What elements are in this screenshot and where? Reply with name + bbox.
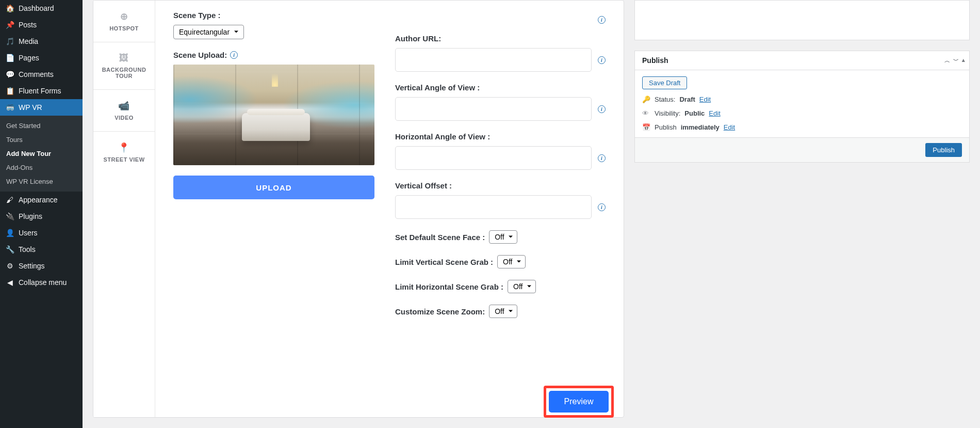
menu-label: Pages (19, 54, 39, 62)
info-icon[interactable]: i (598, 56, 606, 64)
publish-header: Publish ︿ ﹀ ▴ (635, 51, 969, 70)
scene-settings-column: i Author URL: i Vertical Angle of View : (395, 11, 606, 407)
menu-settings[interactable]: ⚙ Settings (0, 258, 83, 274)
comments-icon: 💬 (5, 70, 14, 78)
limit-horizontal-select[interactable]: Off (508, 280, 536, 293)
menu-label: Tools (19, 245, 36, 253)
submenu-tours[interactable]: Tours (0, 133, 83, 147)
info-icon[interactable]: i (598, 154, 606, 162)
submenu-add-new-tour[interactable]: Add New Tour (0, 147, 83, 161)
submenu-license[interactable]: WP VR License (0, 175, 83, 188)
sidebar-right: Publish ︿ ﹀ ▴ Save Draft 🔑 Status: Draft… (634, 0, 970, 418)
info-icon[interactable]: i (598, 203, 606, 211)
form-icon: 📋 (5, 87, 14, 95)
user-icon: 👤 (5, 229, 14, 237)
publish-box: Publish ︿ ﹀ ▴ Save Draft 🔑 Status: Draft… (634, 51, 970, 163)
author-url-label: Author URL: (395, 34, 606, 43)
edit-visibility-link[interactable]: Edit (709, 109, 720, 117)
voffset-input[interactable] (395, 195, 592, 219)
dashboard-icon: 🏠 (5, 4, 14, 12)
menu-appearance[interactable]: 🖌 Appearance (0, 192, 83, 208)
key-icon: 🔑 (642, 96, 650, 103)
tab-background-tour[interactable]: 🖼 BACKGROUND TOUR (93, 42, 155, 90)
pages-icon: 📄 (5, 54, 14, 62)
brush-icon: 🖌 (5, 196, 14, 204)
info-icon[interactable]: i (230, 51, 238, 59)
menu-collapse[interactable]: ◀ Collapse menu (0, 274, 83, 291)
menu-label: Fluent Forms (19, 87, 61, 95)
author-url-input[interactable] (395, 48, 592, 72)
form-area: Scene Type : Equirectangular Scene Uploa… (155, 1, 624, 417)
submenu-add-ons[interactable]: Add-Ons (0, 161, 83, 175)
editor-panel: ⊕ HOTSPOT 🖼 BACKGROUND TOUR 📹 VIDEO 📍 ST… (93, 0, 624, 418)
vr-icon: 🥽 (5, 103, 14, 112)
scene-type-group: Scene Type : Equirectangular (173, 11, 374, 39)
submenu-get-started[interactable]: Get Started (0, 119, 83, 133)
upload-button[interactable]: UPLOAD (173, 176, 374, 199)
tab-label: VIDEO (115, 115, 134, 121)
default-face-select[interactable]: Off (489, 230, 517, 244)
limit-vertical-select[interactable]: Off (497, 255, 526, 268)
submenu-wp-vr: Get Started Tours Add New Tour Add-Ons W… (0, 116, 83, 192)
schedule-row: 📅 Publish immediately Edit (642, 123, 962, 131)
menu-posts[interactable]: 📌 Posts (0, 17, 83, 33)
menu-wp-vr[interactable]: 🥽 WP VR (0, 99, 83, 116)
publish-body: Save Draft 🔑 Status: Draft Edit 👁 Visibi… (635, 70, 969, 138)
publish-title: Publish (642, 56, 668, 65)
info-icon[interactable]: i (598, 105, 606, 113)
scene-upload-column: Scene Type : Equirectangular Scene Uploa… (173, 11, 374, 407)
scene-preview-image (173, 65, 374, 165)
main-content: ⊕ HOTSPOT 🖼 BACKGROUND TOUR 📹 VIDEO 📍 ST… (83, 0, 980, 428)
triangle-up-icon[interactable]: ▴ (962, 57, 965, 65)
eye-icon: 👁 (642, 109, 650, 117)
menu-label: Media (19, 37, 38, 45)
voffset-group: Vertical Offset : i (395, 181, 606, 219)
menu-fluent-forms[interactable]: 📋 Fluent Forms (0, 83, 83, 99)
chevron-down-icon[interactable]: ﹀ (953, 57, 959, 65)
scene-type-select[interactable]: Equirectangular (173, 25, 244, 39)
menu-label: Users (19, 229, 38, 237)
admin-sidebar: 🏠 Dashboard 📌 Posts 🎵 Media 📄 Pages 💬 Co… (0, 0, 83, 428)
haov-label: Horizontal Angle of View : (395, 132, 606, 141)
scene-upload-group: Scene Upload: i UPLOAD (173, 51, 374, 199)
tab-hotspot[interactable]: ⊕ HOTSPOT (93, 1, 155, 42)
tab-label: BACKGROUND TOUR (102, 67, 146, 79)
info-icon[interactable]: i (598, 16, 606, 24)
edit-status-link[interactable]: Edit (699, 96, 711, 103)
tab-label: STREET VIEW (103, 156, 144, 163)
tab-label: HOTSPOT (109, 25, 139, 31)
sliders-icon: ⚙ (5, 262, 14, 270)
preview-highlight: Preview (544, 386, 614, 418)
vaov-input[interactable] (395, 97, 592, 121)
author-url-group: Author URL: i (395, 34, 606, 72)
zoom-row: Customize Scene Zoom: Off (395, 305, 606, 318)
haov-group: Horizontal Angle of View : i (395, 132, 606, 170)
menu-users[interactable]: 👤 Users (0, 225, 83, 241)
edit-schedule-link[interactable]: Edit (724, 123, 735, 131)
haov-input[interactable] (395, 146, 592, 170)
menu-label: Settings (19, 262, 45, 270)
menu-comments[interactable]: 💬 Comments (0, 66, 83, 83)
menu-tools[interactable]: 🔧 Tools (0, 241, 83, 258)
menu-pages[interactable]: 📄 Pages (0, 50, 83, 66)
empty-metabox (634, 0, 970, 40)
menu-plugins[interactable]: 🔌 Plugins (0, 208, 83, 225)
voffset-label: Vertical Offset : (395, 181, 606, 190)
preview-button[interactable]: Preview (549, 391, 609, 413)
menu-media[interactable]: 🎵 Media (0, 33, 83, 50)
menu-label: Collapse menu (19, 278, 67, 287)
menu-dashboard[interactable]: 🏠 Dashboard (0, 0, 83, 17)
wrench-icon: 🔧 (5, 245, 14, 253)
pin-icon: 📌 (5, 21, 14, 29)
tab-street-view[interactable]: 📍 STREET VIEW (93, 132, 155, 173)
media-icon: 🎵 (5, 37, 14, 45)
tab-video[interactable]: 📹 VIDEO (93, 90, 155, 132)
save-draft-button[interactable]: Save Draft (642, 76, 687, 89)
zoom-select[interactable]: Off (489, 305, 517, 318)
pin-icon: 📍 (96, 142, 152, 153)
menu-label: WP VR (19, 103, 42, 112)
collapse-icon: ◀ (5, 278, 14, 287)
publish-button[interactable]: Publish (925, 143, 962, 157)
chevron-up-icon[interactable]: ︿ (944, 57, 950, 65)
menu-label: Comments (19, 70, 54, 78)
